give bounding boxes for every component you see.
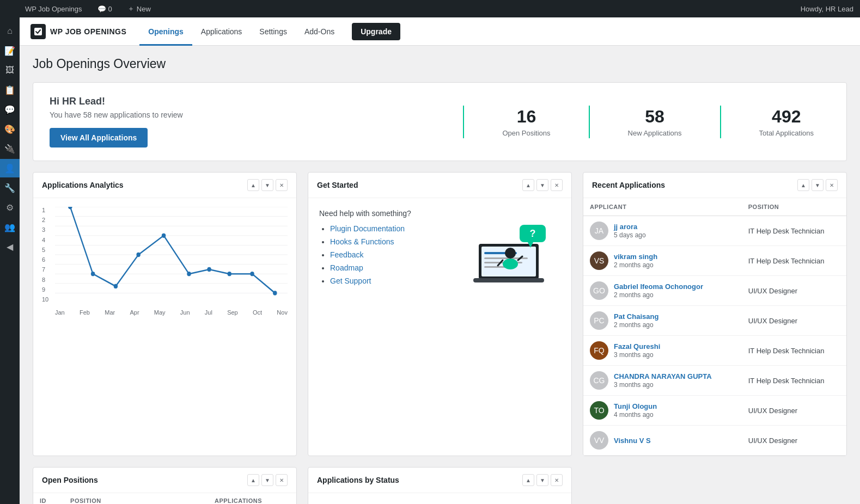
recent-applications-title: Recent Applications <box>592 181 665 189</box>
applicant-position: UI/UX Designer <box>742 426 846 456</box>
sidebar-item-settings[interactable]: ⚙ <box>0 198 20 217</box>
list-item: Hooks & Functions <box>330 237 454 246</box>
applicant-name-link[interactable]: Tunji Ologun <box>614 402 657 410</box>
sidebar-item-tools[interactable]: 🔧 <box>0 179 20 197</box>
hooks-functions-link[interactable]: Hooks & Functions <box>330 237 394 246</box>
analytics-collapse-up[interactable]: ▲ <box>247 179 259 191</box>
roadmap-link[interactable]: Roadmap <box>330 263 363 272</box>
table-row: CG CHANDRA NARAYAN GUPTA 3 months ago IT… <box>583 366 846 396</box>
x-label-oct: Oct <box>253 309 262 316</box>
new-content-link[interactable]: ＋ New <box>124 4 154 14</box>
nav-settings[interactable]: Settings <box>251 17 296 46</box>
svg-point-33 <box>505 248 516 259</box>
plugin-docs-link[interactable]: Plugin Documentation <box>330 224 405 233</box>
status-collapse-up[interactable]: ▲ <box>522 474 534 486</box>
status-panel: Applications by Status ▲ ▼ ✕ <box>308 467 572 504</box>
site-name-link[interactable]: WP Job Openings <box>22 5 86 13</box>
get-started-collapse-down[interactable]: ▼ <box>536 179 548 191</box>
col-applications: APPLICATIONS <box>208 493 296 504</box>
applicant-name-link[interactable]: Fazal Qureshi <box>614 342 660 351</box>
grid-empty-cell <box>583 467 847 504</box>
get-started-collapse-up[interactable]: ▲ <box>522 179 534 191</box>
positions-collapse-up[interactable]: ▲ <box>247 474 259 486</box>
open-positions-title: Open Positions <box>42 476 98 484</box>
dashboard-grid: Applications Analytics ▲ ▼ ✕ 10 9 <box>33 172 847 456</box>
line-chart-svg <box>55 207 288 303</box>
list-item: Feedback <box>330 250 454 259</box>
illustration-svg: ? <box>468 214 555 285</box>
get-started-close[interactable]: ✕ <box>551 179 563 191</box>
x-label-jan: Jan <box>55 309 65 316</box>
svg-point-15 <box>114 284 118 288</box>
sidebar-item-appearance[interactable]: 🎨 <box>0 120 20 138</box>
recent-apps-collapse-down[interactable]: ▼ <box>812 179 824 191</box>
nav-addons[interactable]: Add-Ons <box>296 17 343 46</box>
sidebar-collapse[interactable]: ◀ <box>0 237 20 256</box>
positions-collapse-down[interactable]: ▼ <box>261 474 273 486</box>
applicant-position: UI/UX Designer <box>742 396 846 426</box>
nav-openings[interactable]: Openings <box>139 17 192 46</box>
x-label-may: May <box>154 309 166 316</box>
sidebar-item-pages[interactable]: 📋 <box>0 81 20 99</box>
upgrade-button[interactable]: Upgrade <box>352 23 400 40</box>
table-row: GO Gabriel Ifeoma Ochonogor 2 months ago… <box>583 276 846 306</box>
analytics-collapse-down[interactable]: ▼ <box>261 179 273 191</box>
applicant-time: 5 days ago <box>614 231 646 239</box>
recent-applications-header: Recent Applications ▲ ▼ ✕ <box>583 173 846 198</box>
svg-text:?: ? <box>530 228 536 239</box>
sidebar-item-plugins[interactable]: 🔌 <box>0 139 20 158</box>
open-positions-header: Open Positions ▲ ▼ ✕ <box>33 468 296 493</box>
nav-applications[interactable]: Applications <box>192 17 251 46</box>
avatar: VV <box>590 431 608 450</box>
get-support-link[interactable]: Get Support <box>330 276 371 285</box>
page-content: Job Openings Overview Hi HR Lead! You ha… <box>20 46 860 504</box>
comment-icon: 💬 <box>97 5 106 13</box>
svg-point-13 <box>68 207 72 209</box>
stat-new-applications-number: 58 <box>628 107 682 127</box>
applicant-name-link[interactable]: Gabriel Ifeoma Ochonogor <box>614 282 703 291</box>
applicant-name-link[interactable]: Vishnu V S <box>614 437 651 445</box>
recent-apps-collapse-up[interactable]: ▲ <box>797 179 809 191</box>
y-label-3: 3 <box>42 226 48 233</box>
analytics-close[interactable]: ✕ <box>276 179 288 191</box>
comments-link[interactable]: 💬 0 <box>94 5 115 13</box>
feedback-link[interactable]: Feedback <box>330 250 363 259</box>
table-row: FQ Fazal Qureshi 3 months ago IT Help De… <box>583 336 846 366</box>
admin-sidebar: ⌂ 📝 🖼 📋 💬 🎨 🔌 👤 🔧 ⚙ 👥 ◀ <box>0 17 20 504</box>
applicant-name-link[interactable]: Pat Chaisang <box>614 312 658 321</box>
page-title: Job Openings Overview <box>33 57 847 71</box>
view-all-applications-button[interactable]: View All Applications <box>50 128 148 147</box>
status-collapse-down[interactable]: ▼ <box>536 474 548 486</box>
svg-point-18 <box>187 272 191 276</box>
applicant-name-link[interactable]: vikram singh <box>614 253 657 261</box>
positions-close[interactable]: ✕ <box>276 474 288 486</box>
x-label-jul: Jul <box>205 309 212 316</box>
applicant-cell: TO Tunji Ologun 4 months ago <box>583 396 742 426</box>
get-started-help-text: Need help with something? <box>319 209 454 218</box>
applicant-cell: GO Gabriel Ifeoma Ochonogor 2 months ago <box>583 276 742 306</box>
svg-point-17 <box>162 233 166 238</box>
sidebar-item-users[interactable]: 👤 <box>0 159 20 177</box>
sidebar-item-dashboard[interactable]: ⌂ <box>0 22 20 40</box>
recent-apps-close[interactable]: ✕ <box>826 179 838 191</box>
stat-total-applications-label: Total Applications <box>759 129 814 137</box>
applicant-time: 2 months ago <box>614 261 654 269</box>
plugin-logo-text: WP JOB OPENINGS <box>50 27 126 36</box>
sidebar-item-hr[interactable]: 👥 <box>0 218 20 236</box>
get-started-panel-title: Get Started <box>317 181 358 189</box>
avatar: CG <box>590 371 608 390</box>
analytics-panel-header: Applications Analytics ▲ ▼ ✕ <box>33 173 296 198</box>
svg-point-16 <box>136 253 140 257</box>
avatar: FQ <box>590 341 608 360</box>
sidebar-item-media[interactable]: 🖼 <box>0 61 20 79</box>
avatar: JA <box>590 222 608 240</box>
applicant-name-link[interactable]: jj arora <box>614 223 646 231</box>
list-item: Get Support <box>330 276 454 285</box>
positions-table: ID POSITION APPLICATIONS 45 IT Help Desk… <box>33 493 296 504</box>
status-close[interactable]: ✕ <box>551 474 563 486</box>
applicant-position: IT Help Desk Technician <box>742 336 846 366</box>
sidebar-item-posts[interactable]: 📝 <box>0 41 20 60</box>
applicant-name-link[interactable]: CHANDRA NARAYAN GUPTA <box>614 372 712 380</box>
sidebar-item-comments[interactable]: 💬 <box>0 100 20 119</box>
svg-rect-25 <box>473 278 544 282</box>
